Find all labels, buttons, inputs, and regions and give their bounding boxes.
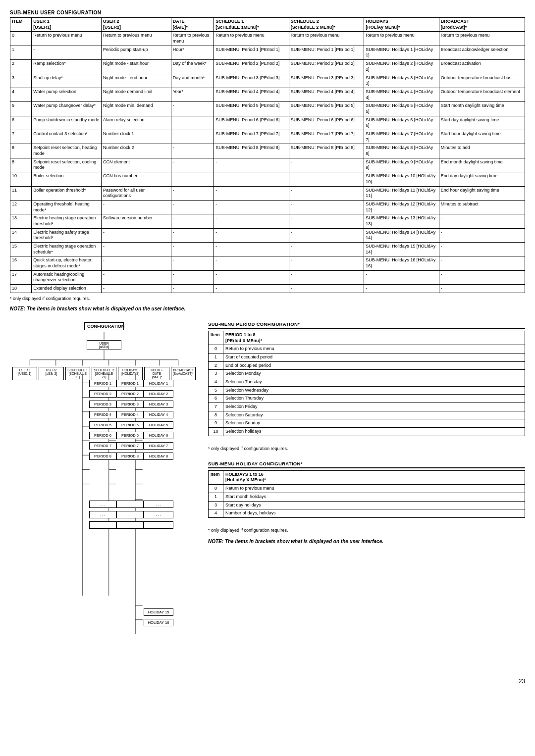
period-cell-item: 3 [209,370,223,378]
cell-holidays: SUB-MENU: Holidays 5 [HOLidAy 5] [364,102,439,116]
main-table-row: 7Control contact 3 selection*Number cloc… [10,130,525,144]
cell-date: - [171,116,214,130]
cell-schedule1: - [214,256,289,270]
main-table-row: 16Quick start-up, electric heater stages… [10,256,525,270]
cell-broadcast: End hour daylight saving time [439,186,525,200]
period-cell-desc: Selection Thursday [223,395,525,403]
cell-schedule2: - [289,270,364,284]
holiday7: HOLIDAY 7 [144,442,173,450]
main-table-row: 4Water pump selectionNight mode demand l… [10,88,525,101]
period-cell-item: 4 [209,378,223,386]
th-holidays: HOLIDAYS[HOLiAy MEnu]* [364,18,439,32]
cell-item: 8 [10,144,32,158]
cell-schedule2: - [289,243,364,256]
period8-s2: PERIOD 8 [116,453,144,460]
cell-holidays: SUB-MENU: Holidays 12 [HOLidAy 12] [364,200,439,214]
cell-schedule2: SUB-MENU: Period 4 [PErIod 4] [289,88,364,101]
cell-date: Day of the week* [171,60,214,74]
period-table-row: 6Selection Thursday [209,395,525,403]
cell-broadcast: - [439,256,525,270]
holiday-th-item: Item [209,470,223,484]
th-user1: USER 1[USER1] [32,18,102,32]
cell-holidays: SUB-MENU: Holidays 4 [HOLidAy 4] [364,88,439,101]
cell-holidays: SUB-MENU: Holidays 3 [HOLidAy 3] [364,74,439,88]
cell-schedule2: - [289,285,364,293]
holiday5: HOLIDAY 5 [144,421,173,429]
dots3-h: . . . [144,521,173,529]
cell-date: - [171,130,214,144]
cell-holidays: SUB-MENU: Holidays 16 [HOLidAy 16] [364,256,439,270]
cell-schedule2: Return to previous menu [289,32,364,46]
cell-item: 8 [10,158,32,172]
cell-schedule1: - [214,214,289,228]
page-container: SUB-MENU USER CONFIGURATION ITEM USER 1[… [10,10,525,685]
cell-user1: Return to previous menu [32,32,102,46]
holiday4: HOLIDAY 4 [144,411,173,418]
cell-date: - [171,214,214,228]
holiday15: HOLIDAY 15 [144,608,173,616]
cell-date: - [171,200,214,214]
cell-item: 13 [10,214,32,228]
cell-schedule2: SUB-MENU: Period 3 [PErIod 3] [289,74,364,88]
period-table: Item PERIOD 1 to 8[PErIod X MEnu]* 0Retu… [208,331,525,436]
nav-row: USER 1[USS1 1] USER2[uSSr 2] SCHEDULE 1[… [12,367,196,380]
cell-schedule1: SUB-MENU: Period 5 [PErIod 5] [214,102,289,116]
period-cell-desc: Selection Monday [223,370,525,378]
config-box: CONFIGURATION [84,322,124,330]
holiday-note-asterisk: * only displayed if configuration requir… [208,528,525,533]
cell-schedule2: SUB-MENU: Period 1 [PErIod 1] [289,46,364,59]
cell-user1: Water pump changeover delay* [32,102,102,116]
cell-date: - [171,228,214,242]
cell-holidays: SUB-MENU: Holidays 13 [HOLidAy 13] [364,214,439,228]
cell-schedule2: - [289,256,364,270]
cell-schedule1: SUB-MENU: Period 2 [PErIod 2] [214,60,289,74]
cell-broadcast: End day daylight saving time [439,172,525,186]
cell-user2: - [101,228,171,242]
cell-date: - [171,172,214,186]
cell-schedule2: - [289,214,364,228]
period8-s1: PERIOD 8 [89,453,116,460]
cell-schedule2: SUB-MENU: Period 8 [PErIod 8] [289,144,364,158]
dots3-s2: . . . [116,521,144,529]
th-schedule1: SCHEDULE 1[ScHEduLE 1MEnu]* [214,18,289,32]
period-table-row: 8Selection Saturday [209,411,525,419]
cell-user2: - [101,285,171,293]
cell-date: - [171,144,214,158]
cell-schedule2: - [289,158,364,172]
period1-s1: PERIOD 1 [89,380,116,387]
note-italic-bottom: NOTE: The items in brackets show what is… [208,539,525,544]
cell-holidays: SUB-MENU: Holidays 8 [HOLidAy 8] [364,144,439,158]
period-th-desc: PERIOD 1 to 8[PErIod X MEnu]* [223,331,525,345]
period-note-asterisk: * only displayed if configuration requir… [208,446,525,451]
cell-user2: - [101,200,171,214]
cell-schedule2: - [289,228,364,242]
cell-broadcast: Minutes to subtract [439,200,525,214]
cell-user1: Extended display selection [32,285,102,293]
holiday6: HOLIDAY 6 [144,432,173,439]
cell-item: 16 [10,256,32,270]
cell-user1: Control contact 3 selection* [32,130,102,144]
cell-broadcast: - [439,285,525,293]
period-cell-desc: End of occupied period [223,361,525,370]
cell-schedule1: Return to previous menu [214,32,289,46]
cell-broadcast: End month daylight saving time [439,158,525,172]
nav-user1: USER 1[USS1 1] [12,367,37,380]
cell-item: 10 [10,172,32,186]
cell-user1: Pump shutdown in standby mode [32,116,102,130]
period-cell-desc: Selection Tuesday [223,378,525,386]
cell-schedule1: - [214,172,289,186]
period2-s1: PERIOD 2 [89,390,116,398]
cell-item: 0 [10,32,32,46]
cell-item: 3 [10,74,32,88]
main-table-title: SUB-MENU USER CONFIGURATION [10,10,525,15]
cell-item: 14 [10,228,32,242]
holiday-col: HOLIDAY 1 HOLIDAY 2 HOLIDAY 3 HOLIDAY 4 … [144,380,173,460]
page-number: 23 [10,678,525,685]
period-table-row: 0Return to previous menu [209,345,525,353]
cell-item: 1 [10,46,32,59]
cell-holidays: SUB-MENU: Holidays 1 [HOLidAy 1] [364,46,439,59]
period-table-row: 3Selection Monday [209,370,525,378]
period4-s2: PERIOD 4 [116,411,144,418]
dots1-s1: . . . [89,501,116,508]
cell-user2: CCN bus number [101,172,171,186]
